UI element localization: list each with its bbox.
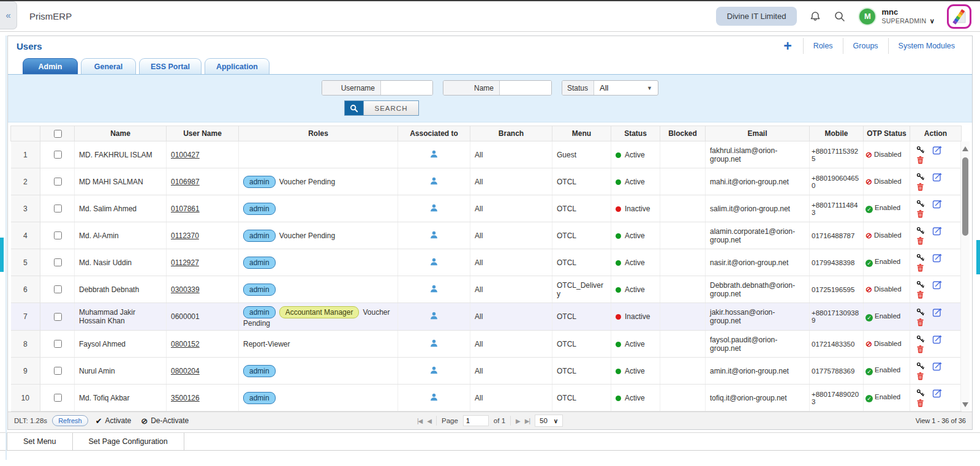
username-link[interactable]: 0600001 bbox=[171, 312, 200, 321]
first-page-button[interactable]: |◀ bbox=[417, 418, 422, 424]
set-menu-tab[interactable]: Set Menu bbox=[7, 433, 73, 450]
username-link[interactable]: 0300339 bbox=[171, 285, 200, 294]
key-icon[interactable] bbox=[916, 280, 925, 289]
username-link[interactable]: 0800152 bbox=[171, 340, 200, 348]
row-checkbox[interactable] bbox=[54, 340, 62, 348]
tab-admin[interactable]: Admin bbox=[23, 58, 78, 74]
person-icon[interactable] bbox=[429, 393, 439, 402]
col-otp-status[interactable]: OTP Status bbox=[864, 126, 910, 141]
edit-icon[interactable] bbox=[932, 388, 942, 398]
row-checkbox[interactable] bbox=[54, 258, 62, 266]
edit-icon[interactable] bbox=[932, 172, 942, 182]
col-email[interactable]: Email bbox=[706, 126, 810, 141]
company-button[interactable]: Divine IT Limited bbox=[716, 7, 797, 26]
username-link[interactable]: 0100427 bbox=[171, 151, 200, 159]
col-user-name[interactable]: User Name bbox=[167, 126, 239, 141]
username-link[interactable]: 0107861 bbox=[171, 205, 200, 213]
edit-icon[interactable] bbox=[932, 199, 942, 209]
row-checkbox[interactable] bbox=[54, 394, 62, 402]
prism-app-logo[interactable] bbox=[947, 4, 971, 29]
delete-icon[interactable] bbox=[916, 318, 924, 326]
page-number-input[interactable] bbox=[463, 415, 489, 426]
table-scrollbar[interactable] bbox=[960, 141, 970, 411]
key-icon[interactable] bbox=[916, 335, 925, 344]
key-icon[interactable] bbox=[916, 254, 925, 262]
delete-icon[interactable] bbox=[916, 236, 924, 245]
deactivate-button[interactable]: ⊘ De-Activate bbox=[141, 416, 189, 426]
next-page-button[interactable]: ▶ bbox=[516, 418, 520, 424]
col-action[interactable]: Action bbox=[910, 126, 962, 141]
col-associated-to[interactable]: Associated to bbox=[398, 126, 470, 141]
activate-button[interactable]: ✔ Activate bbox=[96, 416, 132, 426]
status-filter-select[interactable]: All▼ bbox=[594, 81, 658, 95]
left-scroll-marker[interactable] bbox=[0, 238, 4, 272]
scroll-down-icon[interactable] bbox=[962, 402, 968, 407]
prev-page-button[interactable]: ◀ bbox=[427, 418, 431, 424]
notifications-bell-icon[interactable] bbox=[809, 10, 821, 23]
page-size-select[interactable]: 50∨ bbox=[535, 415, 563, 427]
row-checkbox[interactable] bbox=[54, 367, 62, 375]
person-icon[interactable] bbox=[429, 176, 439, 186]
col-status[interactable]: Status bbox=[611, 126, 660, 141]
key-icon[interactable] bbox=[916, 146, 925, 154]
delete-icon[interactable] bbox=[916, 182, 924, 191]
key-icon[interactable] bbox=[916, 200, 925, 208]
tab-ess-portal[interactable]: ESS Portal bbox=[139, 58, 202, 74]
key-icon[interactable] bbox=[916, 173, 925, 181]
row-checkbox[interactable] bbox=[54, 285, 62, 293]
username-link[interactable]: 0106987 bbox=[171, 178, 200, 186]
edit-icon[interactable] bbox=[932, 361, 942, 371]
row-checkbox[interactable] bbox=[54, 178, 62, 186]
username-filter-input[interactable] bbox=[381, 81, 432, 95]
search-button[interactable]: SEARCH bbox=[344, 100, 419, 116]
person-icon[interactable] bbox=[429, 311, 439, 320]
col-blocked[interactable]: Blocked bbox=[660, 126, 706, 141]
person-icon[interactable] bbox=[429, 230, 439, 239]
tab-general[interactable]: General bbox=[81, 58, 136, 74]
add-user-button[interactable]: + bbox=[772, 38, 802, 54]
row-checkbox[interactable] bbox=[54, 313, 62, 321]
edit-icon[interactable] bbox=[932, 280, 942, 290]
right-scroll-marker[interactable] bbox=[976, 240, 980, 274]
person-icon[interactable] bbox=[429, 284, 439, 293]
edit-icon[interactable] bbox=[932, 226, 942, 236]
person-icon[interactable] bbox=[429, 366, 439, 375]
edit-icon[interactable] bbox=[932, 253, 942, 263]
row-checkbox[interactable] bbox=[54, 231, 62, 239]
tab-application[interactable]: Application bbox=[205, 58, 270, 74]
scrollbar-thumb[interactable] bbox=[962, 157, 968, 236]
delete-icon[interactable] bbox=[916, 345, 924, 353]
username-link[interactable]: 0112927 bbox=[171, 258, 199, 267]
person-icon[interactable] bbox=[429, 149, 439, 159]
roles-link[interactable]: Roles bbox=[803, 38, 843, 54]
person-icon[interactable] bbox=[429, 203, 439, 212]
person-icon[interactable] bbox=[429, 339, 439, 348]
key-icon[interactable] bbox=[916, 362, 925, 370]
delete-icon[interactable] bbox=[916, 290, 924, 299]
key-icon[interactable] bbox=[916, 227, 925, 235]
last-page-button[interactable]: ▶| bbox=[525, 418, 530, 424]
groups-link[interactable]: Groups bbox=[843, 38, 888, 54]
refresh-button[interactable]: Refresh bbox=[52, 415, 88, 426]
edit-icon[interactable] bbox=[932, 307, 942, 317]
set-page-configuration-tab[interactable]: Set Page Configuration bbox=[73, 433, 184, 450]
edit-icon[interactable] bbox=[932, 145, 942, 155]
delete-icon[interactable] bbox=[916, 209, 924, 218]
delete-icon[interactable] bbox=[916, 372, 924, 380]
delete-icon[interactable] bbox=[916, 263, 924, 272]
key-icon[interactable] bbox=[916, 308, 925, 317]
select-all-checkbox[interactable] bbox=[54, 130, 62, 138]
sidebar-collapse-button[interactable]: « bbox=[0, 1, 17, 29]
username-link[interactable]: 3500126 bbox=[171, 394, 200, 402]
username-link[interactable]: 0800204 bbox=[171, 367, 200, 375]
key-icon[interactable] bbox=[916, 389, 925, 397]
name-filter-input[interactable] bbox=[500, 81, 551, 95]
user-menu[interactable]: M mnc SUPERADMIN ∨ bbox=[858, 7, 935, 26]
row-checkbox[interactable] bbox=[54, 205, 62, 212]
username-link[interactable]: 0112370 bbox=[171, 231, 199, 240]
system-modules-link[interactable]: System Modules bbox=[888, 38, 965, 54]
col-name[interactable]: Name bbox=[75, 126, 167, 141]
scroll-up-icon[interactable] bbox=[962, 146, 968, 151]
col-mobile[interactable]: Mobile bbox=[810, 126, 864, 141]
col-menu[interactable]: Menu bbox=[552, 126, 611, 141]
